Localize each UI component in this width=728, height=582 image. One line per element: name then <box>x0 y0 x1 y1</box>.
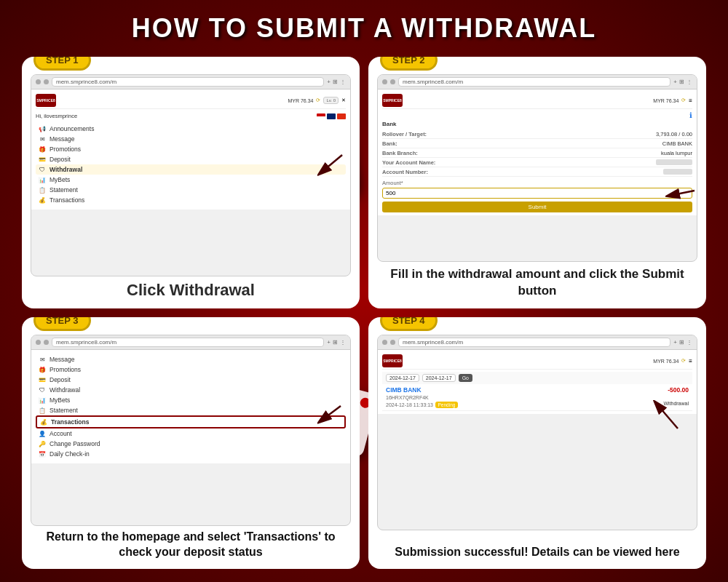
step2-browser-body: SMPRICE8 MYR 76.34 ⟳ ≡ ℹ Bank Rollover /… <box>378 89 697 215</box>
submit-button[interactable]: Submit <box>382 202 692 212</box>
steps-grid: STEP 1 mem.smprince8.com/m + ⊞ ⋮ SMPR <box>0 51 728 576</box>
s2-grid-icon: ⊞ <box>679 79 684 85</box>
s3-grid-icon: ⊞ <box>333 339 338 346</box>
s3-menu-promotions[interactable]: 🎁Promotions <box>36 364 346 375</box>
info-icon: ℹ <box>382 111 692 119</box>
trans-ref: 16HRX7QR2RF4K <box>386 395 429 400</box>
forward-icon <box>44 79 49 84</box>
menu-message[interactable]: ✉Message <box>36 134 346 144</box>
s3-menu-withdrawal[interactable]: 🛡Withdrawal <box>36 385 346 395</box>
step3-browser-body: ✉Message 🎁Promotions 💳Deposit 🛡Withdrawa… <box>31 350 350 463</box>
add-tab-icon: + <box>327 79 331 85</box>
form-row-rollover: Rollover / Target: 3,793.08 / 0.00 <box>382 129 692 139</box>
menu-mybets[interactable]: 📊MyBets <box>36 175 346 185</box>
date-from[interactable]: 2024-12-17 <box>386 374 419 382</box>
menu-announcements[interactable]: 📢Announcements <box>36 124 346 134</box>
site-logo: SMPRICE8 <box>36 94 56 107</box>
step4-card: STEP 4 mem.smprince8.com/m + ⊞ ⋮ SMPR <box>368 317 706 569</box>
flag-en <box>327 113 336 119</box>
greeting: Hi, ilovesmprince <box>36 113 77 119</box>
s2-add-tab-icon: + <box>673 79 677 85</box>
step2-content: mem.smprince8.com/m + ⊞ ⋮ SMPRICE8 MYR 7… <box>377 74 697 300</box>
s2-back-icon <box>382 79 387 84</box>
s3-back-icon <box>36 340 41 345</box>
step4-content: mem.smprince8.com/m + ⊞ ⋮ SMPRICE8 MYR 7… <box>377 335 697 560</box>
s2-fwd-icon <box>390 79 395 84</box>
transaction-row: CIMB BANK -500.00 16HRX7QR2RF4K 2024-12-… <box>382 384 692 411</box>
s3-menu-transactions[interactable]: 💰Transactions <box>36 415 346 428</box>
menu-deposit[interactable]: 💳Deposit <box>36 154 346 164</box>
step4-browser-icons: + ⊞ ⋮ <box>673 339 692 346</box>
step2-browser: mem.smprince8.com/m + ⊞ ⋮ SMPRICE8 MYR 7… <box>377 74 697 262</box>
level-badge: Lv. 0 <box>323 97 339 104</box>
s4-back-icon <box>382 340 387 345</box>
amount-value: 500 <box>386 190 395 196</box>
menu-statement[interactable]: 📋Statement <box>36 185 346 195</box>
step2-browser-bar: mem.smprince8.com/m + ⊞ ⋮ <box>378 75 697 89</box>
more-icon: ⋮ <box>340 79 346 85</box>
go-button[interactable]: Go <box>459 374 472 382</box>
form-section-title: Bank <box>382 121 692 127</box>
grid-icon: ⊞ <box>333 79 338 85</box>
form-row-account-num: Account Number: <box>382 167 692 177</box>
step2-label: Fill in the withdrawal amount and click … <box>377 266 697 300</box>
s3-fwd-icon <box>44 340 49 345</box>
step3-arrow <box>312 402 348 428</box>
trans-status: Pending <box>435 402 459 408</box>
s3-menu-account[interactable]: 👤Account <box>36 428 346 439</box>
menu-transactions[interactable]: 💰Transactions <box>36 195 346 205</box>
step1-browser-body: SMPRICE8 MYR 76.34 ⟳ Lv. 0 ✕ Hi, ilovesm… <box>31 89 350 210</box>
trans-bank-name: CIMB BANK <box>386 386 422 394</box>
step2-browser-icons: + ⊞ ⋮ <box>673 79 692 85</box>
step2-badge: STEP 2 <box>380 57 438 71</box>
step1-arrow <box>313 151 349 180</box>
step4-url[interactable]: mem.smprince8.com/m <box>398 338 670 347</box>
s3-menu-mybets[interactable]: 📊MyBets <box>36 395 346 405</box>
back-icon <box>36 79 41 84</box>
trans-amount: -500.00 <box>668 386 689 394</box>
s3-menu-daily-checkin[interactable]: 📅Daily Check-in <box>36 449 346 459</box>
form-row-account-name: Your Account Name: <box>382 158 692 167</box>
step2-url[interactable]: mem.smprince8.com/m <box>398 77 670 87</box>
form-row-bank: Bank: CIMB BANK <box>382 139 692 148</box>
menu-promotions[interactable]: 🎁Promotions <box>36 144 346 154</box>
step1-menu-items: 📢Announcements ✉Message 🎁Promotions 💳Dep… <box>36 122 346 207</box>
s4-add-tab-icon: + <box>673 339 677 346</box>
step1-label: Click Withdrawal <box>31 281 351 300</box>
step3-url[interactable]: mem.smprince8.com/m <box>52 338 324 347</box>
step1-content: mem.smprince8.com/m + ⊞ ⋮ SMPRICE8 MYR 7… <box>31 74 351 300</box>
flag-my <box>317 113 325 119</box>
s3-more-icon: ⋮ <box>340 339 346 346</box>
s3-menu-message[interactable]: ✉Message <box>36 354 346 364</box>
step1-browser-icons: + ⊞ ⋮ <box>327 79 346 85</box>
step1-badge: STEP 1 <box>33 57 91 71</box>
step3-card: STEP 3 mem.smprince8.com/m + ⊞ ⋮ ✉Messag… <box>22 317 360 569</box>
step2-logo: SMPRICE8 <box>382 94 403 107</box>
step3-content: mem.smprince8.com/m + ⊞ ⋮ ✉Message 🎁Prom… <box>31 335 351 560</box>
step4-filter-bar: 2024-12-17 2024-12-17 Go <box>382 372 692 384</box>
s3-add-tab-icon: + <box>327 339 331 346</box>
s3-menu-statement[interactable]: 📋Statement <box>36 405 346 415</box>
s4-grid-icon: ⊞ <box>679 339 684 346</box>
step3-label: Return to the homepage and select 'Trans… <box>31 530 351 560</box>
step2-arrow <box>658 185 697 203</box>
step4-browser: mem.smprince8.com/m + ⊞ ⋮ SMPRICE8 MYR 7… <box>377 335 697 530</box>
s3-menu-deposit[interactable]: 💳Deposit <box>36 375 346 385</box>
amount-input-mock[interactable]: 500 <box>382 188 692 199</box>
step4-logo: SMPRICE8 <box>382 354 403 367</box>
page-title: HOW TO SUBMIT A WITHDRAWAL <box>0 0 728 51</box>
step4-browser-bar: mem.smprince8.com/m + ⊞ ⋮ <box>378 335 697 350</box>
date-to[interactable]: 2024-12-17 <box>422 374 456 382</box>
lang-flags <box>317 113 346 119</box>
trans-datetime: 2024-12-18 11:33:13 <box>386 402 433 407</box>
step4-browser-body: SMPRICE8 MYR 76.34 ⟳ ≡ 2024-12-17 2024-1… <box>378 350 697 414</box>
s3-menu-change-password[interactable]: 🔑Change Password <box>36 439 346 449</box>
step4-balance: MYR 76.34 <box>653 359 678 364</box>
step1-url[interactable]: mem.smprince8.com/m <box>52 77 324 87</box>
step1-card: STEP 1 mem.smprince8.com/m + ⊞ ⋮ SMPR <box>22 57 360 308</box>
s2-more-icon: ⋮ <box>687 79 692 85</box>
step3-badge: STEP 3 <box>33 317 91 331</box>
form-row-branch: Bank Branch: kuala lumpur <box>382 148 692 158</box>
menu-withdrawal[interactable]: 🛡Withdrawal <box>36 164 346 175</box>
step4-label: Submission successful! Details can be vi… <box>377 545 697 560</box>
